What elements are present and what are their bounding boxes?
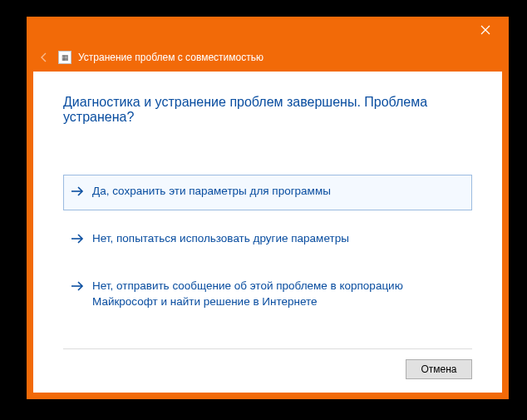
option-label: Нет, отправить сообщение об этой проблем… — [92, 279, 465, 309]
titlebar — [27, 17, 509, 43]
arrow-right-icon — [71, 280, 84, 296]
page-heading: Диагностика и устранение проблем заверше… — [63, 95, 472, 125]
wizard-window: ▦ Устранение проблем с совместимостью Ди… — [27, 17, 509, 399]
option-no-retry[interactable]: Нет, попытаться использовать другие пара… — [63, 222, 472, 258]
close-icon — [480, 25, 490, 35]
close-button[interactable] — [469, 18, 502, 42]
option-label: Нет, попытаться использовать другие пара… — [92, 231, 349, 246]
cancel-button[interactable]: Отмена — [406, 359, 472, 379]
option-label: Да, сохранить эти параметры для программ… — [92, 184, 331, 199]
arrow-left-icon — [38, 52, 50, 63]
footer: Отмена — [63, 348, 472, 379]
back-button[interactable] — [37, 50, 52, 65]
header-title: Устранение проблем с совместимостью — [78, 52, 264, 63]
options-list: Да, сохранить эти параметры для программ… — [63, 175, 472, 319]
option-no-report[interactable]: Нет, отправить сообщение об этой проблем… — [63, 269, 472, 318]
content-area: Диагностика и устранение проблем заверше… — [33, 72, 502, 393]
arrow-right-icon — [71, 185, 84, 201]
header-strip: ▦ Устранение проблем с совместимостью — [27, 43, 509, 72]
arrow-right-icon — [71, 233, 84, 249]
option-yes-save[interactable]: Да, сохранить эти параметры для программ… — [63, 175, 472, 210]
troubleshoot-icon: ▦ — [58, 51, 71, 64]
